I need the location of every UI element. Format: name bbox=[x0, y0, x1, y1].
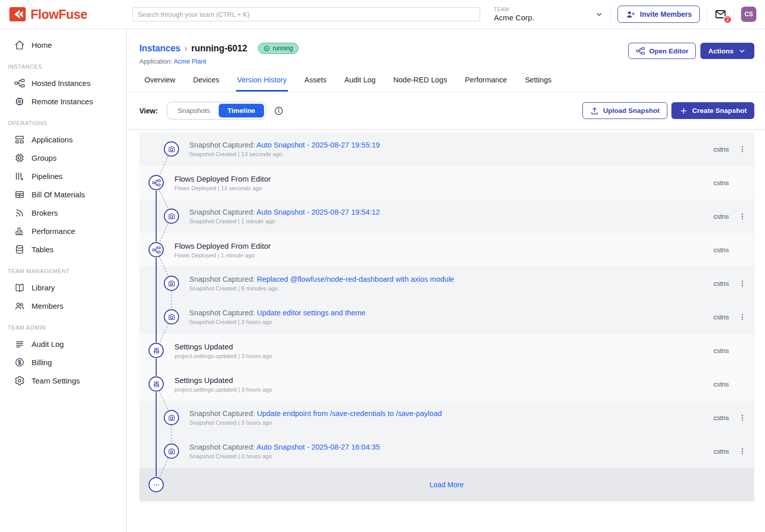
invite-members-button[interactable]: Invite Members bbox=[617, 6, 700, 23]
sidebar-item-bill-of-materials[interactable]: Bill Of Materials bbox=[0, 185, 126, 203]
row-menu-button[interactable] bbox=[738, 144, 747, 154]
event-title: Flows Deployed From Editor bbox=[174, 242, 271, 250]
sidebar-item-label: Applications bbox=[32, 135, 73, 144]
timeline-meta: Snapshot Created | 1 minute ago bbox=[189, 218, 380, 224]
sidebar-item-label: Hosted Instances bbox=[32, 79, 91, 87]
sidebar-item-library[interactable]: Library bbox=[0, 278, 126, 297]
deploy-icon bbox=[149, 242, 164, 257]
sidebar-section-label: OPERATIONS bbox=[8, 120, 126, 126]
application-link[interactable]: Acme Plant bbox=[173, 58, 206, 65]
tab-bar: OverviewDevicesVersion HistoryAssetsAudi… bbox=[127, 74, 765, 92]
sidebar-item-label: Team Settings bbox=[32, 376, 80, 385]
sidebar-item-pipelines[interactable]: Pipelines bbox=[0, 167, 126, 185]
sidebar-section-label: TEAM MANAGEMENT bbox=[8, 268, 126, 274]
breadcrumb: Instances › running-6012 running bbox=[139, 43, 299, 54]
toggle-snapshots[interactable]: Snapshots bbox=[169, 104, 219, 117]
team-selector[interactable]: TEAM: Acme Corp. bbox=[494, 7, 604, 22]
sidebar-item-brokers[interactable]: Brokers bbox=[0, 203, 126, 222]
sidebar-item-team-settings[interactable]: Team Settings bbox=[0, 371, 126, 390]
tab-settings[interactable]: Settings bbox=[524, 74, 552, 92]
snapshot-title: Snapshot Captured: Update editor setting… bbox=[189, 309, 366, 317]
row-menu-button[interactable] bbox=[738, 212, 747, 221]
timeline-row: Snapshot Captured: Update editor setting… bbox=[139, 300, 754, 334]
timeline-user: cstns bbox=[714, 414, 729, 422]
flowfuse-logo[interactable]: FlowFuse bbox=[0, 7, 127, 22]
toggle-timeline[interactable]: Timeline bbox=[219, 104, 264, 117]
sidebar-item-performance[interactable]: Performance bbox=[0, 222, 126, 240]
sidebar-item-applications[interactable]: Applications bbox=[0, 130, 126, 149]
sidebar-item-tables[interactable]: Tables bbox=[0, 240, 126, 258]
snapshot-title: Snapshot Captured: Auto Snapshot - 2025-… bbox=[189, 443, 380, 451]
snapshot-link[interactable]: Auto Snapshot - 2025-08-27 16:04:35 bbox=[256, 443, 380, 451]
breadcrumb-separator: › bbox=[185, 44, 187, 53]
sidebar-item-remote-instances[interactable]: Remote Instances bbox=[0, 92, 126, 110]
timeline-user: cstns bbox=[714, 280, 729, 287]
chevron-down-icon bbox=[738, 46, 747, 55]
snapshot-link[interactable]: Auto Snapshot - 2025-08-27 19:54:12 bbox=[256, 208, 380, 216]
avatar[interactable]: CS bbox=[741, 7, 756, 22]
invite-members-label: Invite Members bbox=[640, 10, 692, 18]
snapshot-title-prefix: Snapshot Captured: bbox=[189, 309, 257, 317]
search-input[interactable] bbox=[132, 7, 480, 21]
open-editor-button[interactable]: Open Editor bbox=[628, 43, 696, 59]
view-toggle: Snapshots Timeline bbox=[167, 102, 266, 120]
tab-assets[interactable]: Assets bbox=[304, 74, 328, 92]
sidebar-item-billing[interactable]: Billing bbox=[0, 353, 126, 371]
info-icon[interactable] bbox=[274, 106, 284, 116]
sidebar-item-hosted-instances[interactable]: Hosted Instances bbox=[0, 74, 126, 92]
upload-snapshot-button[interactable]: Upload Snapshot bbox=[582, 102, 667, 119]
sidebar-item-members[interactable]: Members bbox=[0, 297, 126, 315]
row-menu-button[interactable] bbox=[738, 447, 747, 456]
sidebar-item-label: Billing bbox=[32, 358, 52, 367]
top-bar: FlowFuse TEAM: Acme Corp. Invite Members bbox=[0, 0, 765, 29]
snapshot-link[interactable]: Replaced @flowfuse/node-red-dashboard wi… bbox=[257, 275, 454, 283]
timeline-row: Settings Updatedproject.settings.updated… bbox=[139, 334, 754, 367]
create-snapshot-label: Create Snapshot bbox=[692, 107, 747, 114]
snapshot-title-prefix: Snapshot Captured: bbox=[189, 409, 257, 418]
snapshot-link[interactable]: Auto Snapshot - 2025-08-27 19:55:19 bbox=[256, 141, 380, 149]
tab-version-history[interactable]: Version History bbox=[236, 74, 288, 92]
status-label: running bbox=[273, 45, 293, 52]
row-menu-button[interactable] bbox=[738, 413, 747, 423]
timeline-meta: Flows Deployed | 1 minute ago bbox=[174, 252, 271, 258]
tab-devices[interactable]: Devices bbox=[192, 74, 220, 92]
row-menu-button[interactable] bbox=[738, 279, 747, 288]
create-snapshot-button[interactable]: Create Snapshot bbox=[671, 102, 754, 119]
timeline-row: Snapshot Captured: Auto Snapshot - 2025-… bbox=[139, 199, 754, 233]
tab-overview[interactable]: Overview bbox=[143, 74, 176, 92]
snapshot-title: Snapshot Captured: Replaced @flowfuse/no… bbox=[189, 275, 454, 283]
timeline-meta: Snapshot Created | 13 seconds ago bbox=[189, 151, 380, 157]
row-menu-button[interactable] bbox=[738, 312, 747, 322]
load-more-button[interactable]: Load More bbox=[139, 481, 754, 489]
sidebar-item-label: Library bbox=[32, 283, 55, 292]
sidebar-item-groups[interactable]: Groups bbox=[0, 149, 126, 167]
timeline-row: Snapshot Captured: Auto Snapshot - 2025-… bbox=[139, 434, 754, 468]
slidersv-icon bbox=[149, 343, 164, 358]
sidebar-item-audit-log[interactable]: Audit Log bbox=[0, 335, 126, 353]
divider bbox=[707, 8, 707, 21]
timeline-meta: Snapshot Created | 3 hours ago bbox=[189, 420, 442, 426]
snapshot-title-prefix: Snapshot Captured: bbox=[189, 141, 256, 149]
timeline-meta: project.settings.updated | 3 hours ago bbox=[174, 387, 272, 393]
status-badge: running bbox=[258, 43, 299, 54]
notifications-button[interactable]: 2 bbox=[714, 8, 727, 20]
sidebar-item-home[interactable]: Home bbox=[0, 36, 126, 54]
load-more-row: Load More bbox=[139, 468, 754, 501]
snapshot-link[interactable]: Update endpoint from /save-credentials t… bbox=[257, 409, 442, 418]
snapshot-link[interactable]: Update editor settings and theme bbox=[257, 309, 366, 317]
tab-node-red-logs[interactable]: Node-RED Logs bbox=[392, 74, 448, 92]
auditlog-icon bbox=[14, 339, 25, 349]
sidebar-item-label: Members bbox=[32, 302, 64, 310]
timeline-user: cstns bbox=[714, 213, 729, 220]
breadcrumb-instances-link[interactable]: Instances bbox=[139, 43, 181, 54]
sidebar-item-label: Remote Instances bbox=[32, 97, 93, 106]
timeline-row: Snapshot Captured: Replaced @flowfuse/no… bbox=[139, 267, 754, 300]
timeline-user: cstns bbox=[714, 145, 729, 153]
snapshot-title-prefix: Snapshot Captured: bbox=[189, 208, 256, 216]
timeline-row: Flows Deployed From EditorFlows Deployed… bbox=[139, 166, 754, 199]
chevron-down-icon bbox=[595, 10, 604, 19]
tab-audit-log[interactable]: Audit Log bbox=[343, 74, 376, 92]
tab-performance[interactable]: Performance bbox=[464, 74, 508, 92]
actions-button[interactable]: Actions bbox=[700, 43, 754, 59]
tables-icon bbox=[14, 244, 25, 255]
